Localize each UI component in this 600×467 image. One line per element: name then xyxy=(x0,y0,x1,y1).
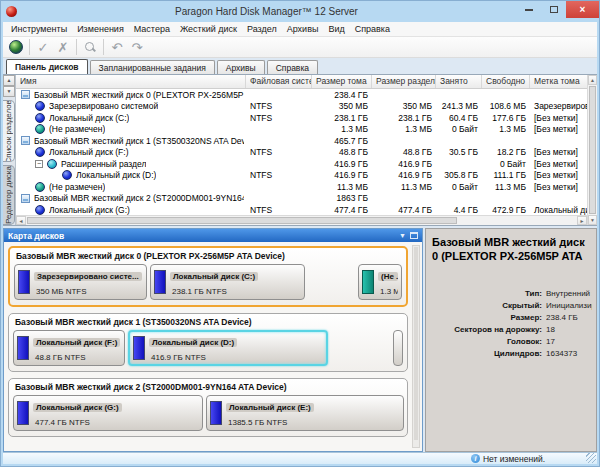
minimize-icon xyxy=(525,9,533,11)
table-cell: 1.3 МБ xyxy=(372,124,436,134)
table-cell: 477.4 ГБ xyxy=(372,205,436,215)
disk-group-title: Базовый MBR жесткий диск 0 (PLEXTOR PX-2… xyxy=(14,250,402,264)
partition-block[interactable]: Локальный диск (F:)48.8 ГБ NTFS xyxy=(13,330,125,366)
menu-item[interactable]: Справка xyxy=(350,24,395,34)
table-row[interactable]: Базовый MBR жесткий диск 1 (ST3500320NS … xyxy=(16,135,587,147)
vscroll-thumb[interactable] xyxy=(589,86,596,214)
expander-icon[interactable]: − xyxy=(35,160,43,168)
partition-list-section: ▲ ▼ Список разделовРедактор диска ИмяФай… xyxy=(3,74,597,226)
scroll-down-icon[interactable]: ▼ xyxy=(588,215,597,225)
table-vertical-scrollbar[interactable]: ▲ ▼ xyxy=(587,75,597,225)
table-cell: 350 МБ xyxy=(372,101,436,111)
column-header[interactable]: Файловая система xyxy=(246,75,312,88)
column-header[interactable]: Свободно xyxy=(482,75,530,88)
menu-item[interactable]: Жесткий диск xyxy=(175,24,242,34)
undo-icon[interactable]: ↶ xyxy=(107,38,127,56)
disk-map-scrollbar[interactable] xyxy=(412,245,420,448)
discard-icon[interactable]: ✗ xyxy=(53,38,73,56)
tab-strip: Панель дисковЗапланированные заданияАрхи… xyxy=(3,58,597,74)
hscroll-thumb[interactable] xyxy=(27,217,457,224)
detail-label: Размер: xyxy=(432,313,546,322)
table-cell: 472.9 ГБ xyxy=(482,205,530,215)
side-tabs-scroll-down-button[interactable]: ▼ xyxy=(3,86,15,97)
table-cell: 238.1 ГБ xyxy=(312,113,372,123)
scroll-left-icon[interactable]: ◄ xyxy=(16,216,26,225)
minimize-button[interactable] xyxy=(516,1,541,18)
detail-row: Тип:Внутренний жесткий xyxy=(432,289,592,298)
side-tab-strip: ▲ ▼ Список разделовРедактор диска xyxy=(3,75,16,225)
table-row[interactable]: Локальный диск (D:)NTFS416.9 ГБ416.9 ГБ3… xyxy=(16,170,587,182)
disk-group[interactable]: Базовый MBR жесткий диск 1 (ST3500320NS … xyxy=(8,313,408,372)
confirm-icon[interactable]: ✓ xyxy=(33,38,53,56)
partition-block[interactable]: Зарезервировано систе...350 МБ NTFS xyxy=(14,264,147,300)
table-row[interactable]: Базовый MBR жесткий диск 0 (PLEXTOR PX-2… xyxy=(16,89,587,101)
close-button[interactable]: × xyxy=(566,1,599,18)
column-header[interactable]: Имя xyxy=(16,75,246,88)
side-tab[interactable]: Список разделов xyxy=(3,100,15,162)
partition-block[interactable]: Локальный диск (D:)416.9 ГБ NTFS xyxy=(128,330,328,366)
scroll-right-icon[interactable]: ► xyxy=(577,216,587,225)
table-horizontal-scrollbar[interactable]: ◄ ► xyxy=(16,215,587,225)
menu-item[interactable]: Изменения xyxy=(72,24,129,34)
redo-icon[interactable]: ↷ xyxy=(127,38,147,56)
disk-map-content: Базовый MBR жесткий диск 0 (PLEXTOR PX-2… xyxy=(4,242,422,451)
table-row[interactable]: Локальный диск (G:)NTFS477.4 ГБ477.4 ГБ4… xyxy=(16,204,587,215)
detail-label: Цилиндров: xyxy=(432,349,546,358)
table-row[interactable]: −Расширенный раздел416.9 ГБ416.9 ГБ0 Бай… xyxy=(16,158,587,170)
column-header[interactable]: Размер тома xyxy=(312,75,372,88)
column-header[interactable]: Метка тома xyxy=(530,75,587,88)
table-row[interactable]: (Не размечен)1.3 МБ1.3 МБ0 Байт1.3 МБ[Бе… xyxy=(16,124,587,136)
partition-block[interactable]: Локальный диск (G:)477.4 ГБ NTFS xyxy=(13,395,203,431)
status-bar: i Нет изменений. xyxy=(3,452,597,464)
scroll-up-icon[interactable]: ▲ xyxy=(588,75,597,85)
table-cell: 241.3 МБ xyxy=(436,101,482,111)
table-row[interactable]: Зарезервировано системойNTFS350 МБ350 МБ… xyxy=(16,101,587,113)
menu-item[interactable]: Архивы xyxy=(282,24,324,34)
side-tab[interactable]: Редактор диска xyxy=(3,165,15,225)
table-cell: 465.7 ГБ xyxy=(312,136,372,146)
partition-block[interactable] xyxy=(393,330,403,366)
tab-item[interactable]: Архивы xyxy=(217,60,265,74)
table-cell: 416.9 ГБ xyxy=(312,170,372,180)
partition-icon xyxy=(47,159,57,169)
toolbar-separator xyxy=(103,39,104,55)
column-header[interactable]: Размер раздела xyxy=(372,75,436,88)
menu-item[interactable]: Раздел xyxy=(242,24,282,34)
tab-item[interactable]: Справка xyxy=(267,60,318,74)
chevron-down-icon[interactable]: ▼ xyxy=(399,229,406,242)
table-row[interactable]: Локальный диск (C:)NTFS238.1 ГБ238.1 ГБ6… xyxy=(16,112,587,124)
side-tab-label: Список разделов xyxy=(4,100,13,162)
disk-group[interactable]: Базовый MBR жесткий диск 2 (ST2000DM001-… xyxy=(8,378,408,437)
maximize-button[interactable] xyxy=(541,1,566,18)
menu-item[interactable]: Мастера xyxy=(129,24,175,34)
disk-map-title: Карта дисков xyxy=(8,231,395,241)
row-name: Локальный диск (F:) xyxy=(49,147,129,157)
table-row[interactable]: Локальный диск (F:)NTFS48.8 ГБ48.8 ГБ30.… xyxy=(16,147,587,159)
resize-grip[interactable] xyxy=(586,453,596,463)
menu-item[interactable]: Инструменты xyxy=(6,24,72,34)
disk-group[interactable]: Базовый MBR жесткий диск 0 (PLEXTOR PX-2… xyxy=(8,246,408,307)
tab-item[interactable]: Запланированные задания xyxy=(90,60,215,74)
menu-bar: ИнструментыИзмененияМастераЖесткий дискР… xyxy=(3,22,597,37)
title-bar: Paragon Hard Disk Manager™ 12 Server × xyxy=(1,1,599,22)
table-row[interactable]: (Не размечен)11.3 МБ11.3 МБ0 Байт11.3 МБ… xyxy=(16,181,587,193)
column-header[interactable]: Занято xyxy=(436,75,482,88)
partition-block-size: 477.4 ГБ NTFS xyxy=(33,418,122,427)
partition-icon xyxy=(35,113,45,123)
dock-panel-icon[interactable] xyxy=(410,232,418,239)
partition-block[interactable]: Локальный диск (C:)238.1 ГБ NTFS xyxy=(150,264,305,300)
partition-block-text: Локальный диск (D:)416.9 ГБ NTFS xyxy=(149,335,237,362)
partition-block[interactable]: Локальный диск (E:)1385.5 ГБ NTFS xyxy=(206,395,404,431)
side-tabs-scroll-up-button[interactable]: ▲ xyxy=(3,75,15,86)
menu-item[interactable]: Вид xyxy=(323,24,349,34)
row-name: Базовый MBR жесткий диск 2 (ST2000DM001-… xyxy=(34,193,244,203)
apply-changes-icon[interactable] xyxy=(6,38,26,56)
toolbar-separator xyxy=(29,39,30,55)
partition-icon xyxy=(35,101,45,111)
maximize-icon xyxy=(550,6,558,13)
tab-active[interactable]: Панель дисков xyxy=(6,59,88,74)
table-row[interactable]: Базовый MBR жесткий диск 2 (ST2000DM001-… xyxy=(16,193,587,205)
partition-block[interactable]: (Не ...1.3 МБ xyxy=(358,264,402,300)
name-cell: (Не размечен) xyxy=(16,124,246,134)
search-icon[interactable] xyxy=(80,38,100,56)
